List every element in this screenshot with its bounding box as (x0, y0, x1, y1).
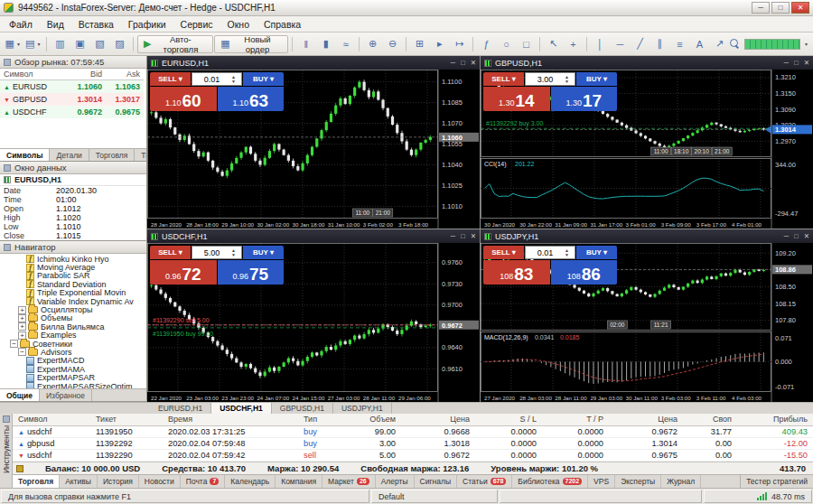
buy-price-gbpusd[interactable]: 1.3017 (551, 87, 618, 111)
lot-input-eurusd[interactable] (192, 75, 231, 84)
terminal-tab-11[interactable]: Библиотека7202 (512, 475, 588, 488)
navigator-item-variable-index-dynamic-av[interactable]: fVariable Index Dynamic Av (0, 297, 146, 305)
chart-titlebar-eurusd[interactable]: EURUSD,H1─□✕ (147, 56, 480, 70)
sell-price-gbpusd[interactable]: 1.3014 (483, 87, 550, 111)
terminal-tab-6[interactable]: Компания (276, 475, 322, 488)
zoom-in-button[interactable]: ⊕ (363, 35, 382, 53)
bar-chart-mode-button[interactable]: ‖ (296, 35, 315, 53)
ask-usdchf[interactable]: 0.9675 (106, 106, 144, 118)
navigator-item-осцилляторы[interactable]: +Осцилляторы (0, 305, 146, 313)
new-order-button[interactable]: ▦Новый ордер (214, 35, 288, 53)
periods-button[interactable]: ○ (497, 35, 516, 53)
autotrade-button[interactable]: ▶Авто-торговля (137, 35, 213, 53)
chart-titlebar-gbpusd[interactable]: GBPUSD,H1─□✕ (481, 56, 813, 70)
terminal-col-9[interactable]: Своп (683, 414, 737, 425)
navigator-item-expertmacd[interactable]: ExpertMACD (0, 357, 146, 365)
chart-minimize-icon[interactable]: ─ (784, 59, 789, 67)
search-icon[interactable] (730, 39, 740, 49)
navigator-item-ichimoku-kinko-hyo[interactable]: fIchimoku Kinko Hyo (0, 255, 146, 263)
window-maximize-button[interactable]: □ (771, 2, 790, 14)
chart-minimize-icon[interactable]: ─ (451, 59, 455, 67)
ask-gbpusd[interactable]: 1.3017 (106, 93, 144, 106)
menu-item-3[interactable]: Графики (121, 17, 173, 32)
sell-price-eurusd[interactable]: 1.1060 (150, 87, 217, 111)
terminal-tab-1[interactable]: Активы (60, 475, 98, 488)
status-profile[interactable]: Default (371, 490, 498, 503)
market-watch-tab-символы[interactable]: Символы (0, 149, 50, 161)
market-watch-symbol-gbpusd[interactable]: ▼GBPUSD (0, 93, 65, 106)
terminal-tab-13[interactable]: Эксперты (615, 475, 661, 488)
fibonacci-button[interactable]: ≡ (670, 35, 689, 53)
tree-expander-icon[interactable]: − (18, 348, 26, 356)
market-watch-symbol-usdchf[interactable]: ▲USDCHF (0, 106, 65, 118)
trade-row-11391950[interactable]: ▲usdchf113919502020.02.03 17:31:25buy99.… (13, 426, 813, 438)
navigator-item-expertmama[interactable]: ExpertMAMA (0, 365, 146, 373)
sell-price-usdjpy[interactable]: 10883 (483, 260, 550, 285)
chart-shift-button[interactable]: ↦ (450, 35, 469, 53)
chart-tab-usdchf[interactable]: USDCHF,H1 (211, 403, 272, 414)
navigator-tab-избранное[interactable]: Избранное (40, 389, 92, 401)
chart-close-icon[interactable]: ✕ (804, 232, 809, 240)
terminal-tab-2[interactable]: История (98, 475, 139, 488)
navigator-item-expertmapsar[interactable]: ExpertMAPSAR (0, 373, 146, 381)
chart-tab-gbpusd[interactable]: GBPUSD,H1 (272, 403, 333, 414)
tree-expander-icon[interactable]: + (18, 314, 26, 322)
tile-windows-button[interactable]: ⊞ (410, 35, 429, 53)
toolbar-overflow-icon[interactable]: ▾ (805, 41, 808, 47)
navigator-item-parabolic-sar[interactable]: fParabolic SAR (0, 272, 146, 280)
bid-eurusd[interactable]: 1.1060 (65, 80, 106, 93)
buy-button-eurusd[interactable]: BUY▾ (243, 72, 284, 86)
lot-spinner-icon[interactable]: ▲ ▼ (231, 75, 241, 84)
navigator-item-советники[interactable]: −Советники (0, 340, 146, 348)
line-chart-mode-button[interactable]: ≈ (336, 35, 355, 53)
candlestick-mode-button[interactable]: ▮ (316, 35, 335, 53)
buy-price-usdjpy[interactable]: 10886 (551, 260, 618, 285)
chart-tab-eurusd[interactable]: EURUSD,H1 (150, 403, 211, 414)
strategy-tester-tab[interactable]: Тестер стратегий (740, 475, 813, 488)
bid-usdchf[interactable]: 0.9672 (65, 106, 106, 118)
status-connection[interactable]: 48.70 ms (704, 490, 812, 503)
market-watch-tab-детали[interactable]: Детали (50, 149, 89, 161)
terminal-col-3[interactable]: Тип (298, 414, 341, 425)
menu-item-4[interactable]: Сервис (173, 17, 220, 32)
cursor-button[interactable]: ↖ (544, 35, 563, 53)
terminal-tab-0[interactable]: Торговля (13, 475, 60, 488)
buy-button-gbpusd[interactable]: BUY▾ (576, 72, 617, 86)
terminal-tab-10[interactable]: Статьи678 (457, 475, 512, 488)
buy-button-usdchf[interactable]: BUY▾ (243, 246, 284, 259)
lot-input-usdchf[interactable] (192, 248, 231, 257)
navigator-item-advisors[interactable]: −Advisors (0, 348, 146, 356)
chart-restore-icon[interactable]: □ (794, 59, 799, 67)
chart-titlebar-usdchf[interactable]: USDCHF,H1─□✕ (147, 229, 480, 243)
terminal-col-4[interactable]: Объем (341, 414, 401, 425)
window-minimize-button[interactable]: ─ (752, 2, 770, 14)
lot-input-gbpusd[interactable] (526, 75, 565, 84)
templates-button[interactable]: □ (517, 35, 536, 53)
terminal-tab-12[interactable]: VPS (588, 475, 615, 488)
menu-item-1[interactable]: Вид (40, 17, 71, 32)
bid-gbpusd[interactable]: 1.3014 (65, 93, 106, 106)
tree-expander-icon[interactable]: + (18, 306, 26, 314)
trade-row-11392292[interactable]: ▲gbpusd113922922020.02.04 07:59:48buy3.0… (13, 438, 813, 450)
sell-button-eurusd[interactable]: SELL▾ (150, 72, 191, 86)
chart-minimize-icon[interactable]: ─ (451, 232, 455, 240)
terminal-col-2[interactable]: Время (163, 414, 298, 425)
navigator-toggle-button[interactable]: ▧ (90, 35, 109, 53)
sell-button-usdjpy[interactable]: SELL▾ (483, 246, 524, 259)
sell-price-usdchf[interactable]: 0.9672 (150, 260, 217, 285)
terminal-tab-9[interactable]: Сигналы (415, 475, 457, 488)
trendline-button[interactable]: ╱ (631, 35, 649, 53)
buy-button-usdjpy[interactable]: BUY▾ (576, 246, 617, 259)
terminal-tab-14[interactable]: Журнал (661, 475, 701, 488)
terminal-tab-5[interactable]: Календарь (225, 475, 276, 488)
terminal-tab-4[interactable]: Почта7 (181, 475, 226, 488)
terminal-col-7[interactable]: T / P (542, 414, 609, 425)
tree-expander-icon[interactable]: − (10, 340, 18, 348)
tree-expander-icon[interactable]: + (18, 322, 26, 331)
navigator-item-triple-exponential-movin[interactable]: fTriple Exponential Movin (0, 289, 146, 297)
ask-eurusd[interactable]: 1.1063 (106, 80, 144, 93)
terminal-col-8[interactable]: Цена (609, 414, 683, 425)
lot-spinner-icon[interactable]: ▲ ▼ (565, 248, 575, 257)
chart-titlebar-usdjpy[interactable]: USDJPY,H1─□✕ (481, 229, 813, 243)
menu-item-5[interactable]: Окно (220, 17, 257, 32)
